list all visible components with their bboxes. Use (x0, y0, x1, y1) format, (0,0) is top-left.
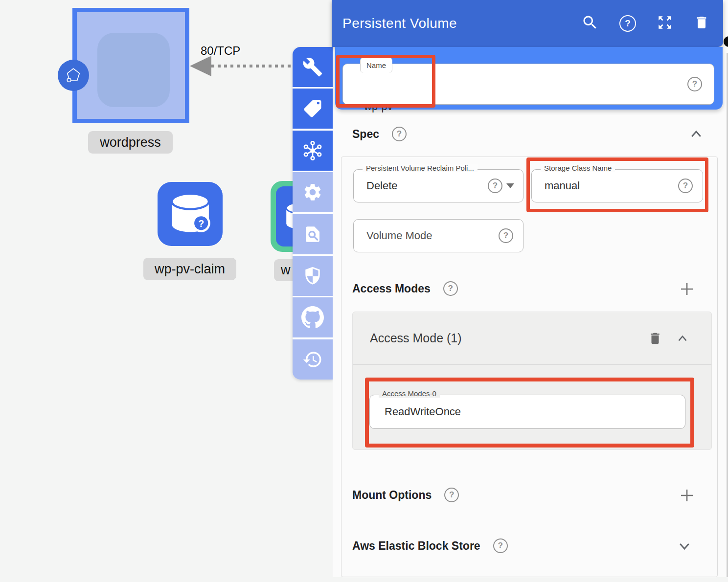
node-wordpress[interactable] (72, 8, 189, 123)
wrench-tool-button[interactable] (293, 47, 333, 87)
access-mode-collapse-button[interactable] (676, 312, 689, 364)
app-root: wordpress 80/TCP ? wp-pv-claim (0, 0, 728, 582)
tag-tool-button[interactable] (293, 89, 333, 129)
access-mode-card: Access Mode (1) Access Modes-0 ReadWrite… (352, 312, 712, 450)
chevron-down-icon (677, 540, 692, 553)
aws-ebs-expand-button[interactable] (677, 540, 692, 555)
access-mode-card-title: Access Mode (1) (370, 331, 462, 345)
github-icon (301, 306, 324, 329)
gear-icon (302, 182, 323, 202)
database-icon: ? (167, 191, 214, 237)
panel-scrollbar[interactable] (727, 53, 728, 577)
help-button[interactable]: ? (619, 15, 636, 32)
pod-pentagon-icon (58, 60, 89, 91)
dropdown-caret-icon (506, 183, 514, 188)
volume-mode-label: Volume Mode (366, 220, 432, 252)
help-icon[interactable]: ? (488, 179, 502, 193)
add-access-mode-button[interactable] (678, 280, 696, 300)
reclaim-policy-value: Delete (366, 170, 398, 202)
volume-mode-input[interactable]: Volume Mode ? (353, 219, 523, 252)
help-icon[interactable]: ? (499, 228, 513, 243)
help-icon[interactable]: ? (392, 127, 407, 141)
access-modes-0-value: ReadWriteOnce (385, 395, 461, 428)
help-icon[interactable]: ? (678, 179, 693, 193)
plus-icon (678, 280, 696, 298)
plus-icon (678, 487, 696, 504)
access-modes-0-input[interactable]: Access Modes-0 ReadWriteOnce (369, 395, 685, 429)
wordpress-label-text: wordpress (100, 135, 161, 150)
chevron-up-icon (676, 333, 689, 344)
node-wp-pv-claim[interactable]: ? (158, 182, 223, 246)
help-icon[interactable]: ? (443, 281, 458, 296)
side-toolbar (293, 47, 333, 380)
delete-resource-button[interactable] (694, 14, 709, 33)
spec-collapse-button[interactable] (689, 128, 704, 142)
name-field-highlight (336, 55, 435, 108)
help-icon[interactable]: ? (493, 538, 508, 553)
shield-tool-button[interactable] (293, 256, 333, 296)
hidden-label-text: w (281, 263, 291, 278)
help-icon[interactable]: ? (687, 77, 702, 91)
help-icon[interactable]: ? (444, 488, 459, 502)
mount-options-section-title: Mount Options (352, 489, 432, 502)
spec-section-title: Spec (352, 128, 379, 141)
reclaim-policy-select[interactable]: Persistent Volume Reclaim Poli... Delete… (353, 169, 523, 202)
history-icon (302, 349, 323, 370)
tag-icon (302, 98, 323, 119)
delete-access-mode-button[interactable] (648, 312, 662, 364)
access-mode-card-header[interactable]: Access Mode (1) (353, 312, 711, 365)
node-label-wp-pv-claim: wp-pv-claim (143, 258, 236, 280)
aws-ebs-section-title: Aws Elastic Block Store (352, 539, 480, 553)
panel-header: Persistent Volume ? (332, 0, 723, 47)
search-document-icon (302, 224, 323, 245)
shield-icon (302, 266, 323, 286)
search-document-tool-button[interactable] (293, 214, 333, 254)
trash-icon (694, 14, 709, 31)
search-icon (581, 14, 599, 31)
add-mount-option-button[interactable] (678, 487, 696, 506)
storage-class-value: manual (545, 170, 580, 202)
expand-button[interactable] (657, 14, 673, 33)
edge-arrowhead-icon (190, 56, 211, 76)
node-label-wordpress: wordpress (88, 131, 173, 154)
edge-label: 80/TCP (201, 44, 240, 58)
chevron-up-icon (689, 128, 704, 140)
access-modes-section-title: Access Modes (352, 282, 431, 295)
github-tool-button[interactable] (293, 297, 333, 337)
claim-label-text: wp-pv-claim (155, 262, 225, 277)
search-button[interactable] (581, 14, 599, 33)
expand-icon (657, 14, 673, 31)
wrench-icon (302, 57, 323, 77)
node-wordpress-inner (97, 33, 170, 107)
hub-tool-button[interactable] (293, 131, 333, 171)
gear-tool-button[interactable] (293, 172, 333, 212)
hub-icon (302, 140, 323, 161)
history-tool-button[interactable] (293, 339, 333, 380)
svg-text:?: ? (198, 218, 204, 229)
panel-title: Persistent Volume (342, 16, 457, 31)
edge-dotted-line (211, 65, 293, 67)
storage-class-input[interactable]: Storage Class Name manual ? (531, 169, 703, 202)
trash-icon (648, 331, 662, 346)
